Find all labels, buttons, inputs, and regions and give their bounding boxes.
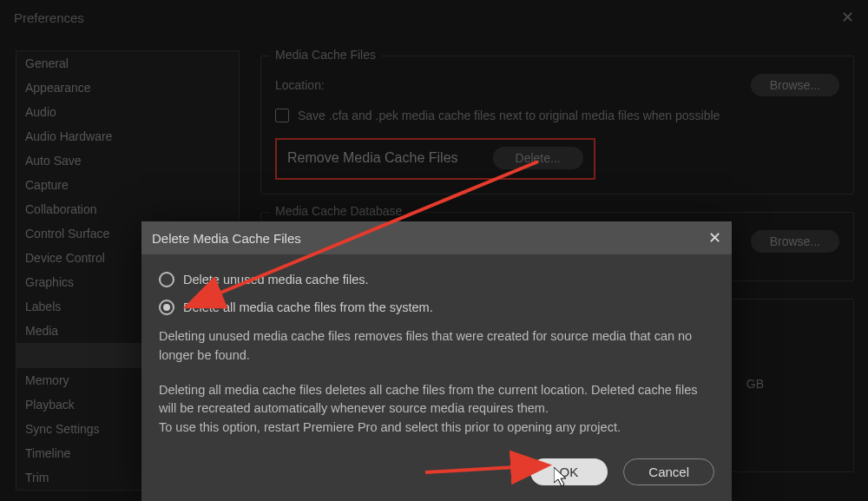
radio-icon[interactable]: [159, 272, 174, 287]
remove-label: Remove Media Cache Files: [287, 150, 458, 166]
section-title: Media Cache Files: [270, 48, 381, 62]
dialog-body: Delete unused media cache files. Delete …: [141, 254, 732, 458]
checkbox-icon[interactable]: [275, 109, 289, 122]
remove-cache-highlight: Remove Media Cache Files Delete...: [275, 138, 595, 180]
dialog-button-row: OK Cancel: [141, 458, 732, 501]
title-bar: Preferences ✕: [0, 0, 868, 35]
location-label: Location:: [275, 78, 325, 92]
delete-cache-dialog: Delete Media Cache Files ✕ Delete unused…: [141, 221, 732, 501]
dialog-close-icon[interactable]: ✕: [708, 228, 721, 247]
window-title: Preferences: [14, 10, 84, 25]
media-cache-files-section: Media Cache Files Location: Browse... Sa…: [260, 56, 854, 194]
radio-label: Delete all media cache files from the sy…: [183, 300, 433, 314]
desc-unused: Deleting unused media cache files remove…: [159, 327, 714, 366]
section-title: Media Cache Database: [270, 204, 407, 218]
location-row: Location: Browse...: [275, 74, 839, 96]
sidebar-item-audio-hardware[interactable]: Audio Hardware: [16, 124, 239, 148]
radio-delete-unused[interactable]: Delete unused media cache files.: [159, 272, 714, 287]
sidebar-item-general[interactable]: General: [16, 51, 239, 76]
browse-button[interactable]: Browse...: [751, 230, 839, 253]
sidebar-item-capture[interactable]: Capture: [16, 173, 239, 197]
delete-button[interactable]: Delete...: [493, 147, 583, 169]
sidebar-item-appearance[interactable]: Appearance: [16, 76, 239, 100]
desc-all: Deleting all media cache files deletes a…: [159, 381, 714, 419]
save-next-to-row[interactable]: Save .cfa and .pek media cache files nex…: [275, 109, 839, 122]
browse-button[interactable]: Browse...: [751, 74, 839, 96]
radio-delete-all[interactable]: Delete all media cache files from the sy…: [159, 300, 714, 315]
sidebar-item-auto-save[interactable]: Auto Save: [16, 148, 239, 173]
radio-label: Delete unused media cache files.: [183, 273, 369, 287]
sidebar-item-audio[interactable]: Audio: [16, 100, 239, 124]
radio-icon[interactable]: [159, 300, 174, 315]
checkbox-label: Save .cfa and .pek media cache files nex…: [298, 109, 720, 122]
dialog-title: Delete Media Cache Files: [152, 231, 301, 246]
ok-button[interactable]: OK: [530, 458, 608, 485]
desc-restart: To use this option, restart Premiere Pro…: [159, 419, 714, 438]
cancel-button[interactable]: Cancel: [623, 458, 714, 485]
close-icon[interactable]: ✕: [841, 8, 854, 27]
gb-suffix: GB: [746, 377, 764, 391]
dialog-title-bar: Delete Media Cache Files ✕: [141, 221, 732, 254]
sidebar-item-collaboration[interactable]: Collaboration: [16, 197, 239, 221]
